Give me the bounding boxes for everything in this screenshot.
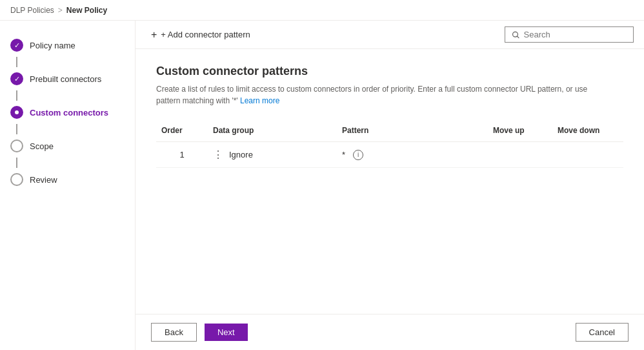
cell-data-group: ⋮ Ignore [208,145,337,165]
search-icon [512,30,520,39]
th-data-group: Data group [208,123,337,138]
nav-circle-prebuilt: ✓ [10,72,23,85]
sidebar-label-policy-name: Policy name [30,41,75,50]
add-connector-pattern-button[interactable]: + + Add connector pattern [146,26,256,43]
back-button[interactable]: Back [151,323,197,342]
th-order: Order [156,123,208,138]
th-move-up: Move up [488,123,552,138]
cell-pattern: * i [337,146,488,164]
cell-move-up [488,151,552,159]
toolbar: + + Add connector pattern [136,21,644,49]
check-icon: ✓ [14,42,20,49]
nav-line-1 [16,57,17,67]
breadcrumb-parent[interactable]: DLP Policies [10,6,54,15]
search-box[interactable] [505,26,634,43]
breadcrumb-separator: > [58,6,63,15]
cell-move-down [552,151,623,159]
description-text: Create a list of rules to limit access t… [156,85,587,105]
top-bar: DLP Policies > New Policy [0,0,644,21]
active-dot [15,110,19,114]
main-layout: ✓ Policy name ✓ Prebuilt connectors Cust… [0,21,644,350]
content-area: + + Add connector pattern Custom connect… [136,21,644,350]
nav-line-4 [16,158,17,168]
section-title: Custom connector patterns [156,65,623,78]
nav-line-3 [16,124,17,134]
order-value: 1 [179,150,184,160]
sidebar-label-review: Review [30,175,57,185]
search-input[interactable] [524,30,627,39]
add-pattern-label: + Add connector pattern [161,30,250,39]
sidebar-item-scope[interactable]: Scope [0,134,135,158]
next-button[interactable]: Next [205,324,248,341]
footer: Back Next Cancel [136,314,644,350]
pattern-value: * [342,150,345,160]
cancel-button[interactable]: Cancel [576,323,629,342]
sidebar-item-custom-connectors[interactable]: Custom connectors [0,101,135,124]
table-row: 1 ⋮ Ignore * i [156,142,623,168]
sidebar-label-prebuilt: Prebuilt connectors [30,74,101,84]
nav-circle-custom [10,106,23,119]
sidebar-label-custom: Custom connectors [30,108,108,118]
th-pattern: Pattern [337,123,488,138]
row-context-menu[interactable]: ⋮ [213,149,224,161]
nav-circle-policy-name: ✓ [10,39,23,52]
nav-circle-scope [10,139,23,152]
section-description: Create a list of rules to limit access t… [156,83,608,107]
table-container: Order Data group Pattern Move up Move do… [156,119,623,168]
nav-line-2 [16,90,17,101]
info-icon[interactable]: i [353,150,363,160]
sidebar-item-review[interactable]: Review [0,168,135,191]
svg-line-1 [517,36,519,37]
breadcrumb-current: New Policy [66,6,107,15]
learn-more-link[interactable]: Learn more [240,96,279,105]
table-header: Order Data group Pattern Move up Move do… [156,119,623,142]
sidebar-item-prebuilt-connectors[interactable]: ✓ Prebuilt connectors [0,67,135,90]
data-group-value: Ignore [229,150,253,160]
sidebar: ✓ Policy name ✓ Prebuilt connectors Cust… [0,21,136,350]
nav-circle-review [10,173,23,186]
check-icon-2: ✓ [14,76,20,83]
sidebar-label-scope: Scope [30,141,54,151]
main-content: Custom connector patterns Create a list … [136,49,644,314]
cell-order: 1 [156,146,208,163]
th-move-down: Move down [552,123,623,138]
sidebar-item-policy-name[interactable]: ✓ Policy name [0,34,135,57]
plus-icon: + [151,29,157,41]
